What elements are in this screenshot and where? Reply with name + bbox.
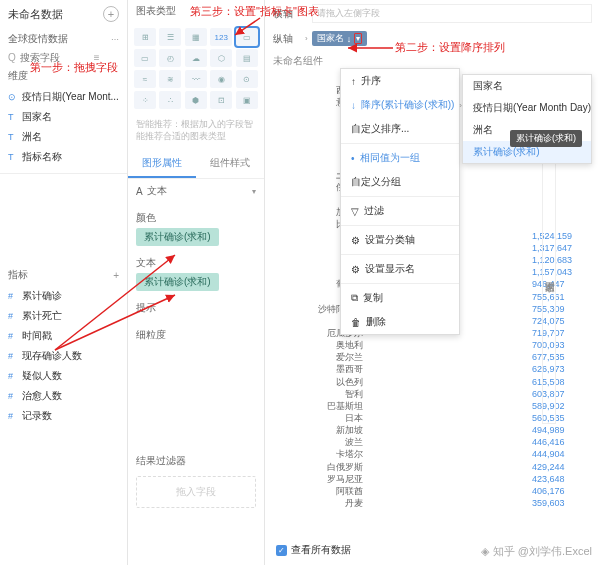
- tooltip-label: 提示: [136, 301, 156, 315]
- chart-type-cell[interactable]: ⁘: [134, 91, 156, 109]
- tab-graphics[interactable]: 图形属性: [128, 150, 196, 178]
- h-axis-dropzone[interactable]: 请拖入左侧字段: [312, 4, 592, 23]
- menu-same-group[interactable]: •相同值为一组: [341, 146, 459, 170]
- menu-filter[interactable]: ▽过滤: [341, 199, 459, 223]
- dim-item[interactable]: T洲名: [0, 127, 127, 147]
- search-icon: Q: [8, 52, 16, 63]
- tab-style[interactable]: 组件样式: [196, 150, 264, 178]
- field-icon: #: [8, 291, 18, 301]
- color-pill[interactable]: 累计确诊(求和): [136, 228, 219, 246]
- filter-icon: ▽: [351, 206, 359, 217]
- chart-type-cell[interactable]: ◴: [159, 49, 181, 67]
- chevron-down-icon[interactable]: ▾: [252, 187, 256, 196]
- chart-type-cell[interactable]: ☰: [159, 28, 181, 46]
- field-icon: #: [8, 311, 18, 321]
- metric-item[interactable]: #累计确诊: [0, 286, 127, 306]
- chart-type-cell[interactable]: ⬡: [210, 49, 232, 67]
- table-row: 阿联酋406,176: [303, 485, 592, 497]
- menu-delete[interactable]: 🗑删除: [341, 310, 459, 334]
- metric-item[interactable]: #时间戳: [0, 326, 127, 346]
- expand-icon: ⋯: [111, 35, 119, 44]
- chart-type-cell[interactable]: ◉: [210, 70, 232, 88]
- table-row: 丹麦359,603: [303, 497, 592, 509]
- chart-type-cell[interactable]: ▦: [185, 28, 207, 46]
- gear-icon: ⚙: [351, 264, 360, 275]
- submenu-item[interactable]: 国家名: [463, 75, 591, 97]
- field-icon: #: [8, 351, 18, 361]
- add-data-button[interactable]: +: [103, 6, 119, 22]
- chart-type-cell[interactable]: ▭: [134, 49, 156, 67]
- tooltip: 累计确诊(求和): [510, 130, 582, 147]
- field-icon: #: [8, 371, 18, 381]
- color-label: 颜色: [136, 211, 156, 225]
- menu-copy[interactable]: ⧉复制: [341, 286, 459, 310]
- metric-item[interactable]: #治愈人数: [0, 386, 127, 406]
- global-data-row[interactable]: 全球疫情数据 ⋯: [0, 28, 127, 50]
- menu-category[interactable]: ⚙设置分类轴: [341, 228, 459, 252]
- chart-type-cell[interactable]: ≋: [159, 70, 181, 88]
- chart-type-cell[interactable]: ⊡: [210, 91, 232, 109]
- filter-title: 结果过滤器: [128, 450, 264, 472]
- chart-type-kpi-card[interactable]: ▭: [236, 28, 258, 46]
- chart-type-cell[interactable]: ⬢: [185, 91, 207, 109]
- dim-item[interactable]: T指标名称: [0, 147, 127, 167]
- chart-type-grid: ⊞ ☰ ▦ 123 ▭ ▭ ◴ ☁ ⬡ ▤ ≈ ≋ 〰 ◉ ⊙ ⁘ ∴ ⬢ ⊡ …: [128, 22, 264, 115]
- field-icon: T: [8, 152, 18, 162]
- sort-menu: ↑升序 ↓降序(累计确诊(求和))› 自定义排序... •相同值为一组 自定义分…: [340, 68, 460, 335]
- chart-type-cell[interactable]: 〰: [185, 70, 207, 88]
- text-label: 文本: [136, 256, 156, 270]
- checkbox-icon[interactable]: ✓: [276, 545, 287, 556]
- chart-type-cell[interactable]: ⊙: [236, 70, 258, 88]
- menu-desc[interactable]: ↓降序(累计确诊(求和))›: [341, 93, 459, 117]
- dim-item[interactable]: ⊙疫情日期(Year Mont...: [0, 87, 127, 107]
- v-axis-label: 纵轴: [273, 32, 301, 46]
- chart-type-cell[interactable]: ▤: [236, 49, 258, 67]
- data-header: 未命名数据 +: [0, 0, 127, 28]
- chart-type-cell[interactable]: ⊞: [134, 28, 156, 46]
- left-panel: 未命名数据 + 全球疫情数据 ⋯ Q ≡ 维度 ⊙疫情日期(Year Mont.…: [0, 0, 128, 565]
- tag-dropdown-button[interactable]: ▾: [354, 33, 362, 44]
- menu-asc[interactable]: ↑升序: [341, 69, 459, 93]
- dim-item[interactable]: T国家名: [0, 107, 127, 127]
- sort-field-submenu: 国家名疫情日期(Year Month Day)洲名累计确诊(求和): [462, 74, 592, 164]
- anno-step3: 第三步：设置"指标卡"图表: [190, 4, 319, 19]
- metric-item[interactable]: #记录数: [0, 406, 127, 426]
- vertical-axis-label: 国家名: [542, 124, 556, 424]
- metric-item[interactable]: #累计死亡: [0, 306, 127, 326]
- country-tag[interactable]: 国家名 ↓ ▾: [312, 31, 368, 46]
- data-title: 未命名数据: [8, 7, 63, 22]
- chart-type-cell[interactable]: ≈: [134, 70, 156, 88]
- text-pill[interactable]: 累计确诊(求和): [136, 273, 219, 291]
- chart-hint: 智能推荐：根据加入的字段智能推荐合适的图表类型: [128, 115, 264, 146]
- text-mark-label: 文本: [147, 184, 167, 198]
- menu-custom-group[interactable]: 自定义分组: [341, 170, 459, 194]
- metric-item[interactable]: #现存确诊人数: [0, 346, 127, 366]
- field-icon: ⊙: [8, 92, 18, 102]
- granularity-label: 细粒度: [136, 328, 166, 342]
- table-row: 新加坡494,989: [303, 424, 592, 436]
- field-icon: #: [8, 331, 18, 341]
- table-row: 波兰446,416: [303, 436, 592, 448]
- chart-type-cell[interactable]: ☁: [185, 49, 207, 67]
- chevron-icon: ›: [305, 34, 308, 43]
- metric-section-title: 指标+: [0, 264, 127, 286]
- delete-icon: 🗑: [351, 317, 361, 328]
- chart-type-cell[interactable]: ▣: [236, 91, 258, 109]
- text-mark-icon: A: [136, 186, 143, 197]
- anno-step2: 第二步：设置降序排列: [395, 40, 505, 55]
- chart-type-cell[interactable]: ∴: [159, 91, 181, 109]
- table-row: 卡塔尔444,904: [303, 448, 592, 460]
- menu-custom-sort[interactable]: 自定义排序...: [341, 117, 459, 141]
- mid-panel: 图表类型 ⊞ ☰ ▦ 123 ▭ ▭ ◴ ☁ ⬡ ▤ ≈ ≋ 〰 ◉ ⊙ ⁘ ∴…: [128, 0, 265, 565]
- add-metric-button[interactable]: +: [113, 270, 119, 281]
- filter-dropzone[interactable]: 拖入字段: [136, 476, 256, 508]
- chart-type-cell[interactable]: 123: [210, 28, 232, 46]
- submenu-item[interactable]: 疫情日期(Year Month Day): [463, 97, 591, 119]
- watermark: ◈ 知乎 @刘学伟.Excel: [481, 544, 592, 559]
- menu-display[interactable]: ⚙设置显示名: [341, 257, 459, 281]
- copy-icon: ⧉: [351, 292, 358, 304]
- metric-item[interactable]: #疑似人数: [0, 366, 127, 386]
- view-all-row[interactable]: ✓ 查看所有数据: [276, 543, 351, 557]
- asc-icon: ↑: [351, 76, 356, 87]
- zhihu-icon: ◈: [481, 545, 489, 558]
